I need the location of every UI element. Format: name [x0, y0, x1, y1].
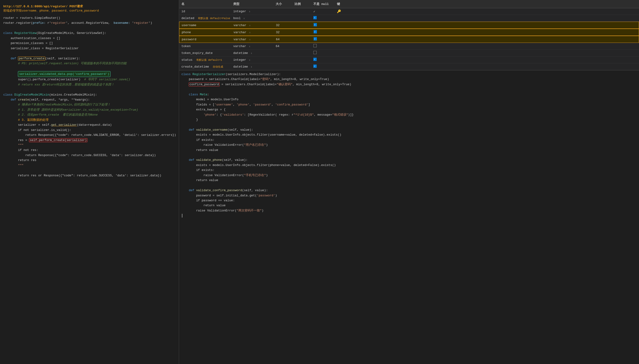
table-row-username: username varchar ⇕ 32	[179, 22, 639, 29]
field-size: 32	[276, 30, 295, 34]
code-line: password = self.initial_data.get('passwo…	[181, 193, 637, 198]
field-name: id	[181, 10, 233, 13]
code-line: permission_classes = []	[3, 41, 176, 46]
code-line: serializer = self.get_serializer(data=re…	[3, 122, 176, 128]
code-line: def create(self, request, *args, **kwarg…	[3, 97, 176, 102]
field-size: 64	[276, 38, 295, 41]
code-line: class DigCreateModelMixin(mixins.CreateM…	[3, 92, 176, 97]
req-subtitle: 前端必传字段username、phone、password、confirm_pa…	[3, 8, 176, 13]
code-line: return value	[181, 148, 637, 152]
code-line: exists = models.UserInfo.objects.filter(…	[181, 132, 637, 137]
code-line: res = self.perform_create(serializer)	[3, 138, 176, 143]
code-line: if exists:	[181, 168, 637, 172]
field-size: 64	[276, 44, 294, 48]
col-key: 键	[337, 2, 351, 6]
table-row: status 有默认值 default=1 integer ⇕	[179, 56, 639, 63]
code-line: raise ValidationError("两次密码不一致")	[181, 208, 637, 213]
field-name: create_datetime 自动生成	[181, 65, 233, 68]
code-line: router.register(prefix: r'register', acc…	[3, 20, 176, 26]
code-line: def validate_phone(self, value):	[181, 158, 637, 162]
code-line	[3, 168, 176, 173]
field-name: token	[181, 44, 233, 48]
code-line	[3, 87, 176, 92]
table-header: 名 类型 大小 比例 不是 null 键	[179, 0, 639, 8]
field-type: integer ⇕	[233, 10, 276, 13]
col-size: 大小	[276, 2, 294, 6]
code-line: def perform_create(self, serializer):	[3, 56, 176, 61]
code-line: exists = models.UserInfo.objects.filter(…	[181, 163, 637, 168]
code-line: class RegisterView(DigCreateModelMixin, …	[3, 30, 176, 36]
table-row: token varchar ⇕ 64	[179, 43, 639, 50]
code-line: # PS: print(self.request.version) 可根据版本的…	[3, 61, 176, 66]
code-line: authentication_classes = []	[3, 36, 176, 41]
code-line	[3, 26, 176, 30]
code-line: password = serializers.CharField(label="…	[181, 77, 637, 82]
code-line: 'phone': {'validators': [RegexValidator(…	[181, 112, 637, 117]
right-panel: 名 类型 大小 比例 不是 null 键 id integer ⇕ ✓ 🔑 de…	[179, 0, 639, 364]
table-row: id integer ⇕ ✓ 🔑	[179, 8, 639, 15]
left-code-block: router = routers.SimpleRouter() router.r…	[0, 15, 179, 178]
key-cell: 🔑	[337, 10, 351, 14]
url-title: http://127.0.0.1:8000/api/register/ POST…	[3, 4, 176, 8]
field-type: varchar ⇕	[233, 38, 276, 41]
code-line: confirm_password = serializers.CharField…	[181, 82, 637, 87]
code-line: extra_kwargs = {	[181, 107, 637, 112]
field-name: status 有默认值 default=1	[181, 58, 233, 62]
code-line: raise ValidationError("手机号已存在")	[181, 173, 637, 178]
code-line: """	[3, 143, 176, 148]
code-line: # 3. 返回数据的处理	[3, 118, 176, 122]
table-row: create_datetime 自动生成 datetime ⇕	[179, 63, 639, 70]
code-line: return Response({"code": return_code.SUC…	[3, 153, 176, 158]
field-type: varchar ⇕	[233, 24, 276, 27]
code-line: super().perform_create(serializer) # 等同于…	[3, 77, 176, 82]
field-name: token_expiry_date	[181, 51, 233, 55]
field-type: integer ⇕	[233, 58, 276, 62]
table-row: token_expiry_date datetime ⇕	[179, 50, 639, 56]
col-name: 名	[181, 2, 233, 6]
code-line: serializer.validated_data.pop('confirm_p…	[3, 71, 176, 77]
code-line: if not res:	[3, 148, 176, 152]
code-line	[181, 122, 637, 127]
left-panel: http://127.0.0.1:8000/api/register/ POST…	[0, 0, 179, 364]
table-row-password: password varchar ⇕ 64	[179, 36, 639, 43]
main-container: http://127.0.0.1:8000/api/register/ POST…	[0, 0, 639, 364]
code-line: return Response({"code": return_code.VAL…	[3, 132, 176, 138]
db-table: 名 类型 大小 比例 不是 null 键 id integer ⇕ ✓ 🔑 de…	[179, 0, 639, 70]
col-notnull: 不是 null	[313, 2, 337, 6]
code-line: def validate_confirm_password(self, valu…	[181, 188, 637, 193]
code-line: return value	[181, 203, 637, 208]
field-name: username	[182, 24, 233, 27]
code-line: raise ValidationError("用户名已存在")	[181, 142, 637, 148]
field-type: varchar ⇕	[233, 30, 276, 34]
field-size: 32	[276, 24, 295, 27]
code-line: router = routers.SimpleRouter()	[3, 16, 176, 20]
code-line	[181, 183, 637, 188]
code-line: """	[3, 163, 176, 168]
code-line: # return xxx 若return特定的东西，那前端接受的就是这个东西！	[3, 82, 176, 87]
code-line: if exists:	[181, 138, 637, 142]
col-type: 类型	[233, 2, 276, 6]
code-line: return res	[3, 158, 176, 163]
field-type: bool ⇕	[233, 16, 276, 20]
text-cursor	[182, 214, 182, 218]
field-type: varchar ⇕	[233, 44, 276, 48]
code-line: return res or Response({"code": return_c…	[3, 173, 176, 178]
field-type: datetime ⇕	[233, 51, 276, 55]
code-line: model = models.UserInfo	[181, 97, 637, 102]
code-line	[3, 66, 176, 71]
code-line: # 2. 优化perform_create 看它的返回值是否为None	[3, 112, 176, 117]
field-type: datetime ⇕	[233, 65, 276, 68]
field-name: deleted 有默认值 default=False	[181, 16, 233, 20]
col-scale: 比例	[294, 2, 313, 6]
code-line	[181, 87, 637, 92]
code-line: fields = ['username', 'phone', 'password…	[181, 102, 637, 107]
code-line: if password == value:	[181, 198, 637, 203]
code-line: return value	[181, 178, 637, 183]
right-code-block: class RegisterSerializer(serializers.Mod…	[179, 70, 639, 364]
table-row: deleted 有默认值 default=False bool ⇕	[179, 15, 639, 22]
code-line	[181, 152, 637, 158]
code-line: if not serializer.is_valid():	[3, 128, 176, 132]
code-line: # 1. 异常处理 源码中是这样的serializer.is_valid(rai…	[3, 107, 176, 112]
code-line: serializer_class = RegisterSerializer	[3, 46, 176, 51]
code-line: # 继承drf本身的CreateModelMixin,但对源码进行了以下处理！	[3, 102, 176, 107]
